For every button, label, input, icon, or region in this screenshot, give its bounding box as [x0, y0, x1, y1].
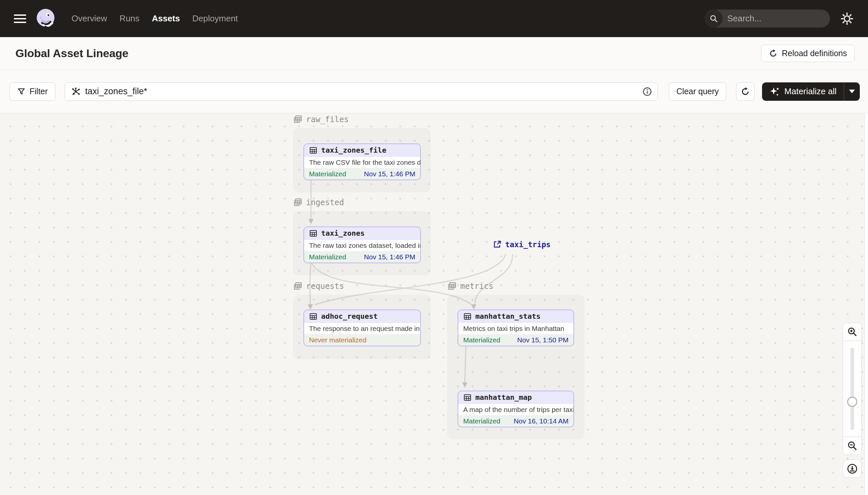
refresh-graph-button[interactable] [736, 82, 755, 101]
zoom-slider-thumb[interactable] [847, 397, 857, 407]
asset-node-taxi-zones-file[interactable]: taxi_zones_file The raw CSV file for the… [303, 143, 421, 180]
group-label-raw-files[interactable]: raw_files [293, 115, 349, 124]
asset-description: The raw CSV file for the taxi zones dat.… [304, 157, 420, 168]
asset-name: adhoc_request [321, 312, 377, 320]
asset-node-manhattan-stats[interactable]: manhattan_stats Metrics on taxi trips in… [458, 309, 574, 346]
group-label-requests[interactable]: requests [293, 281, 344, 291]
external-asset-name: taxi_trips [505, 240, 550, 249]
external-asset-taxi-trips[interactable]: taxi_trips [493, 240, 550, 249]
asset-node-taxi-zones[interactable]: taxi_zones The raw taxi zones dataset, l… [303, 226, 421, 263]
asset-status-bar: Never materialized [304, 334, 420, 346]
clear-query-label: Clear query [676, 87, 719, 96]
lineage-canvas[interactable]: raw_files ingested requests [0, 113, 868, 495]
materialization-timestamp: Nov 15, 1:50 PM [517, 336, 568, 344]
nav-menu: Overview Runs Assets Deployment [72, 14, 238, 24]
asset-description: A map of the number of trips per taxi z.… [458, 404, 573, 415]
status-badge: Materialized [309, 170, 346, 178]
asset-node-header: taxi_zones_file [304, 144, 420, 157]
settings-gear-icon[interactable] [840, 12, 854, 26]
nav-item-deployment[interactable]: Deployment [192, 14, 238, 24]
reload-definitions-button[interactable]: Reload definitions [761, 45, 854, 62]
asset-name: taxi_zones_file [321, 146, 386, 154]
top-nav: Overview Runs Assets Deployment / [0, 0, 868, 37]
nav-right: / [705, 10, 854, 28]
zoom-controls [843, 323, 862, 455]
asset-name: manhattan_map [475, 393, 532, 402]
clear-query-button[interactable]: Clear query [669, 82, 726, 101]
asset-node-manhattan-map[interactable]: manhattan_map A map of the number of tri… [458, 391, 574, 427]
asset-node-header: manhattan_map [458, 391, 573, 404]
zoom-slider-track[interactable] [851, 347, 854, 430]
page-title: Global Asset Lineage [15, 47, 129, 60]
info-icon[interactable] [642, 87, 652, 97]
asset-status-bar: Materialized Nov 16, 10:14 AM [458, 415, 573, 427]
lineage-edges [0, 113, 868, 495]
asset-node-header: taxi_zones [304, 227, 420, 240]
group-tables-icon [447, 281, 457, 291]
global-search[interactable]: / [705, 10, 830, 28]
group-name: requests [306, 281, 344, 291]
dagster-logo [35, 8, 57, 30]
materialize-options-dropdown[interactable] [844, 82, 860, 101]
zoom-out-button[interactable] [843, 437, 862, 455]
materialization-timestamp: Nov 15, 1:46 PM [364, 253, 415, 261]
asset-description: Metrics on taxi trips in Manhattan [458, 323, 573, 334]
asset-description: The raw taxi zones dataset, loaded int..… [304, 240, 420, 251]
filter-label: Filter [30, 87, 48, 96]
asset-selection-input[interactable] [65, 82, 658, 101]
asset-name: manhattan_stats [475, 312, 541, 320]
refresh-icon [768, 49, 778, 58]
materialize-all-split-button: Materialize all [762, 82, 860, 101]
table-icon [309, 312, 318, 321]
status-badge: Materialized [463, 417, 500, 425]
search-icon [705, 10, 723, 28]
zoom-slider[interactable] [843, 341, 862, 437]
zoom-in-button[interactable] [843, 323, 862, 341]
asset-node-adhoc-request[interactable]: adhoc_request The response to an request… [303, 309, 421, 346]
group-label-ingested[interactable]: ingested [293, 198, 344, 207]
group-tables-icon [293, 115, 303, 124]
table-icon [463, 393, 472, 402]
canvas-scrollbar-gutter[interactable] [864, 113, 868, 495]
nav-item-assets[interactable]: Assets [152, 14, 180, 24]
nav-item-runs[interactable]: Runs [119, 14, 139, 24]
asset-name: taxi_zones [321, 229, 365, 237]
table-icon [309, 146, 318, 155]
download-icon [847, 463, 858, 474]
group-name: raw_files [306, 115, 349, 124]
asset-status-bar: Materialized Nov 15, 1:46 PM [304, 251, 420, 262]
table-icon [309, 229, 318, 238]
group-label-metrics[interactable]: metrics [447, 281, 493, 291]
asset-description: The response to an request made in th... [304, 323, 420, 334]
sparkle-icon [769, 86, 780, 97]
zoom-out-icon [847, 441, 857, 451]
group-tables-icon [293, 198, 303, 207]
download-image-button[interactable] [843, 460, 862, 478]
materialization-timestamp: Nov 16, 10:14 AM [514, 417, 568, 425]
asset-node-header: adhoc_request [304, 310, 420, 323]
materialize-all-button[interactable]: Materialize all [762, 82, 844, 101]
materialization-timestamp: Nov 15, 1:46 PM [364, 170, 415, 178]
asset-status-bar: Materialized Nov 15, 1:50 PM [458, 334, 573, 346]
search-input[interactable] [723, 14, 830, 24]
materialize-all-label: Materialize all [784, 86, 836, 97]
group-name: ingested [306, 198, 344, 207]
refresh-icon [740, 87, 750, 97]
status-badge: Materialized [463, 336, 500, 344]
reload-definitions-label: Reload definitions [782, 49, 847, 58]
page-header: Global Asset Lineage Reload definitions [0, 37, 868, 70]
group-name: metrics [460, 281, 493, 291]
asset-status-bar: Materialized Nov 15, 1:46 PM [304, 168, 420, 180]
asset-graph-icon [71, 87, 81, 97]
dagster-app: Overview Runs Assets Deployment / [0, 0, 868, 495]
table-icon [463, 312, 472, 321]
lineage-toolbar: Filter [0, 70, 868, 113]
hamburger-menu-icon[interactable] [14, 14, 26, 23]
asset-query-input[interactable] [85, 86, 638, 97]
funnel-icon [17, 87, 25, 96]
zoom-in-icon [847, 327, 857, 337]
status-badge: Never materialized [309, 336, 367, 344]
filter-button[interactable]: Filter [10, 82, 55, 101]
chevron-down-icon [849, 90, 855, 93]
nav-item-overview[interactable]: Overview [72, 14, 107, 24]
